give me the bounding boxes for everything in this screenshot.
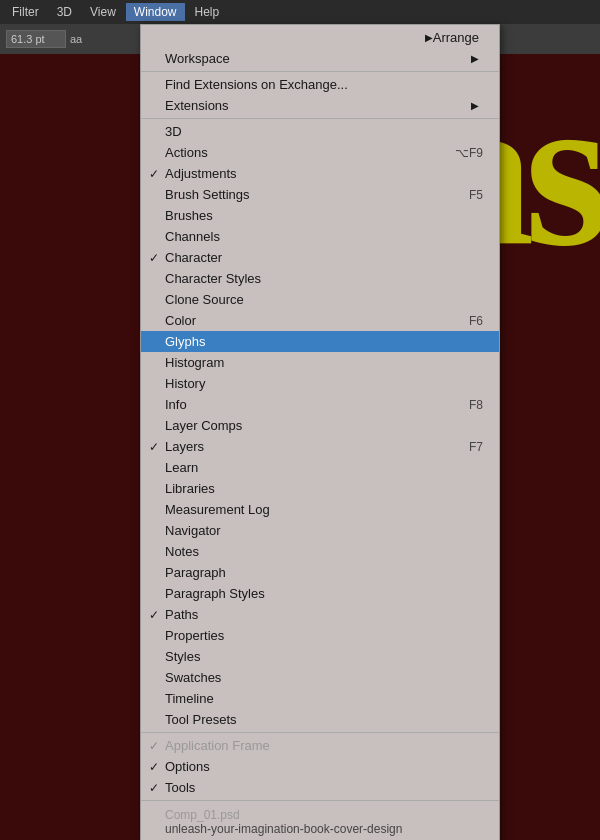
menu-item-channels[interactable]: Channels [141,226,499,247]
menu-item-timeline[interactable]: Timeline [141,688,499,709]
libraries-label: Libraries [165,481,215,496]
file-path: unleash-your-imagination-book-cover-desi… [165,822,483,836]
layers-shortcut: F7 [449,440,483,454]
character-styles-label: Character Styles [165,271,261,286]
menu-window[interactable]: Window [126,3,185,21]
app-frame-check: ✓ [149,739,159,753]
brush-settings-label: Brush Settings [165,187,250,202]
menu-item-3d[interactable]: 3D [141,121,499,142]
menu-item-paragraph-styles[interactable]: Paragraph Styles [141,583,499,604]
extensions-arrow: ▶ [471,100,479,111]
menu-item-histogram[interactable]: Histogram [141,352,499,373]
layers-label: Layers [165,439,204,454]
3d-label: 3D [165,124,182,139]
font-size-input[interactable] [6,30,66,48]
antialiasing-label: aa [70,33,82,45]
learn-label: Learn [165,460,198,475]
menu-item-find-extensions[interactable]: Find Extensions on Exchange... [141,74,499,95]
menu-item-navigator[interactable]: Navigator [141,520,499,541]
menu-item-actions[interactable]: Actions ⌥F9 [141,142,499,163]
menu-item-arrange[interactable]: ▶ Arrange [141,27,499,48]
menu-item-properties[interactable]: Properties [141,625,499,646]
menu-item-libraries[interactable]: Libraries [141,478,499,499]
color-shortcut: F6 [449,314,483,328]
character-check: ✓ [149,251,159,265]
brushes-label: Brushes [165,208,213,223]
menu-item-application-frame[interactable]: ✓ Application Frame [141,735,499,756]
menu-item-color[interactable]: Color F6 [141,310,499,331]
main-items-section: 3D Actions ⌥F9 ✓ Adjustments Brush Setti… [141,119,499,733]
tool-presets-label: Tool Presets [165,712,237,727]
properties-label: Properties [165,628,224,643]
menu-item-swatches[interactable]: Swatches [141,667,499,688]
menu-item-tool-presets[interactable]: Tool Presets [141,709,499,730]
adjustments-check: ✓ [149,167,159,181]
file-name: Comp_01.psd [165,808,483,822]
adjustments-label: Adjustments [165,166,237,181]
menu-file-item[interactable]: Comp_01.psd unleash-your-imagination-boo… [141,805,499,839]
clone-source-label: Clone Source [165,292,244,307]
menu-item-clone-source[interactable]: Clone Source [141,289,499,310]
layer-comps-label: Layer Comps [165,418,242,433]
menu-view[interactable]: View [82,3,124,21]
menu-filter[interactable]: Filter [4,3,47,21]
menu-item-options[interactable]: ✓ Options [141,756,499,777]
arrange-label: Arrange [433,30,479,45]
tools-label: Tools [165,780,195,795]
menu-item-learn[interactable]: Learn [141,457,499,478]
styles-label: Styles [165,649,200,664]
menu-item-character-styles[interactable]: Character Styles [141,268,499,289]
measurement-log-label: Measurement Log [165,502,270,517]
menu-item-glyphs[interactable]: Glyphs [141,331,499,352]
menu-item-brushes[interactable]: Brushes [141,205,499,226]
menu-item-paths[interactable]: ✓ Paths [141,604,499,625]
extensions-label: Extensions [165,98,229,113]
menu-item-history[interactable]: History [141,373,499,394]
menu-item-workspace[interactable]: Workspace ▶ [141,48,499,69]
workspace-arrow: ▶ [471,53,479,64]
menu-item-extensions[interactable]: Extensions ▶ [141,95,499,116]
actions-shortcut: ⌥F9 [435,146,483,160]
menu-item-measurement-log[interactable]: Measurement Log [141,499,499,520]
menu-item-layer-comps[interactable]: Layer Comps [141,415,499,436]
workspace-label: Workspace [165,51,230,66]
arrange-arrow: ▶ [425,32,433,43]
glyphs-label: Glyphs [165,334,205,349]
menu-3d[interactable]: 3D [49,3,80,21]
menu-item-brush-settings[interactable]: Brush Settings F5 [141,184,499,205]
paths-check: ✓ [149,608,159,622]
menu-item-adjustments[interactable]: ✓ Adjustments [141,163,499,184]
menu-item-styles[interactable]: Styles [141,646,499,667]
window-dropdown-menu: ▶ Arrange Workspace ▶ Find Extensions on… [140,24,500,840]
menu-item-notes[interactable]: Notes [141,541,499,562]
menu-item-paragraph[interactable]: Paragraph [141,562,499,583]
notes-label: Notes [165,544,199,559]
application-frame-label: Application Frame [165,738,270,753]
info-shortcut: F8 [449,398,483,412]
actions-label: Actions [165,145,208,160]
paragraph-styles-label: Paragraph Styles [165,586,265,601]
paths-label: Paths [165,607,198,622]
options-label: Options [165,759,210,774]
character-label: Character [165,250,222,265]
menu-item-layers[interactable]: ✓ Layers F7 [141,436,499,457]
menu-item-character[interactable]: ✓ Character [141,247,499,268]
app-options-section: ✓ Application Frame ✓ Options ✓ Tools [141,733,499,801]
info-label: Info [165,397,187,412]
timeline-label: Timeline [165,691,214,706]
menu-help[interactable]: Help [187,3,228,21]
file-section: Comp_01.psd unleash-your-imagination-boo… [141,801,499,840]
swatches-label: Swatches [165,670,221,685]
tools-check: ✓ [149,781,159,795]
color-label: Color [165,313,196,328]
brush-settings-shortcut: F5 [449,188,483,202]
layers-check: ✓ [149,440,159,454]
menu-item-info[interactable]: Info F8 [141,394,499,415]
channels-label: Channels [165,229,220,244]
navigator-label: Navigator [165,523,221,538]
menu-item-tools[interactable]: ✓ Tools [141,777,499,798]
menu-bar: Filter 3D View Window Help [0,0,600,24]
history-label: History [165,376,205,391]
arrange-section: ▶ Arrange Workspace ▶ [141,25,499,72]
paragraph-label: Paragraph [165,565,226,580]
